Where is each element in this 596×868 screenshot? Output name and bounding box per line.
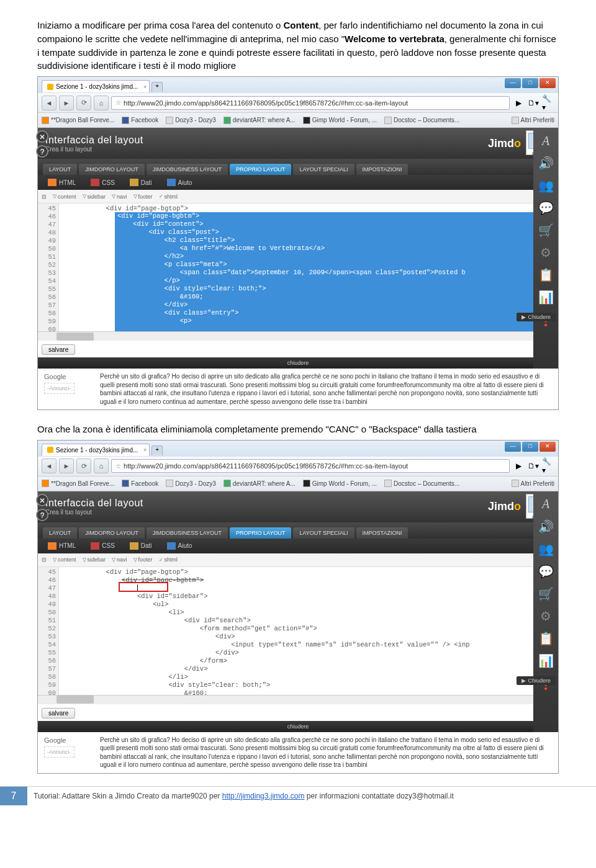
fold-sidebar[interactable]: ▽sidebar (83, 194, 106, 200)
maximize-button[interactable]: □ (522, 442, 538, 452)
collapse-icon[interactable]: ⊟ (42, 557, 47, 563)
code-area[interactable]: 45464748495051525354555657585960616263 <… (38, 567, 558, 695)
speaker-icon[interactable]: 🔊 (536, 517, 555, 536)
reload-button[interactable]: ⟳ (76, 96, 91, 110)
maximize-button[interactable]: □ (522, 78, 538, 88)
new-tab-button[interactable]: + (151, 82, 163, 92)
tab-jimdobusiness[interactable]: JIMDOBUSINESS LAYOUT (147, 164, 228, 175)
chiudere-bar[interactable]: chiudere (38, 721, 558, 732)
users-icon[interactable]: 👥 (536, 540, 555, 558)
tab-layout[interactable]: LAYOUT (43, 527, 77, 539)
back-button[interactable]: ◄ (42, 96, 56, 110)
chat-icon[interactable]: 💬 (536, 199, 555, 217)
tab-proprio[interactable]: PROPRIO LAYOUT (230, 527, 291, 539)
bookmark-item[interactable]: deviantART: where A... (224, 117, 296, 124)
bookmark-item[interactable]: Facebook (122, 480, 158, 487)
wrench-icon[interactable]: 🔧▾ (542, 460, 554, 472)
bookmark-item[interactable]: Docstoc – Documents... (384, 117, 459, 124)
tab-proprio[interactable]: PROPRIO LAYOUT (230, 164, 291, 175)
stats-icon[interactable]: 📊 (536, 651, 555, 670)
text-tool-icon[interactable]: A (536, 132, 555, 150)
minimize-button[interactable]: — (505, 78, 521, 88)
cart-icon[interactable]: 🛒 (536, 221, 555, 239)
tab-speciali[interactable]: LAYOUT SPECIALI (293, 527, 354, 539)
bookmark-item[interactable]: Facebook (122, 117, 158, 124)
home-button[interactable]: ⌂ (94, 459, 109, 473)
jimdo-help-icon[interactable]: ? (36, 509, 48, 521)
chiudere-side-button[interactable]: ▶ Chiudere (517, 676, 556, 685)
subtab-html[interactable]: HTML (43, 541, 81, 551)
horizontal-scrollbar[interactable] (38, 695, 558, 704)
tab-jimdopro[interactable]: JIMDOPRO LAYOUT (79, 527, 144, 539)
subtab-aiuto[interactable]: Aiuto (162, 177, 197, 187)
bookmark-item[interactable]: Docstoc – Documents... (384, 480, 459, 487)
speaker-icon[interactable]: 🔊 (536, 154, 555, 172)
users-icon[interactable]: 👥 (536, 176, 555, 195)
clipboard-icon[interactable]: 📋 (536, 266, 555, 284)
bookmark-item[interactable]: Gimp World - Forum, ... (303, 117, 377, 124)
horizontal-scrollbar[interactable] (38, 331, 558, 341)
tab-impostazioni[interactable]: IMPOSTAZIONI (356, 164, 409, 175)
tab-close-icon[interactable]: × (143, 84, 147, 90)
page-menu-icon[interactable]: 🗋▾ (527, 460, 540, 472)
new-tab-button[interactable]: + (151, 445, 163, 455)
bookmark-item[interactable]: Gimp World - Forum, ... (303, 480, 377, 487)
close-window-button[interactable]: ✕ (540, 442, 556, 452)
subtab-dati[interactable]: Dati (125, 177, 157, 187)
tab-layout[interactable]: LAYOUT (43, 164, 77, 175)
tab-jimdobusiness[interactable]: JIMDOBUSINESS LAYOUT (147, 527, 228, 539)
gear-icon[interactable]: ⚙ (536, 607, 555, 625)
fold-content[interactable]: ▽content (53, 194, 76, 200)
fold-shtml[interactable]: ✓shtml (159, 557, 178, 563)
subtab-html[interactable]: HTML (43, 177, 81, 187)
chiudere-side-button[interactable]: ▶ Chiudere (517, 313, 556, 321)
page-menu-icon[interactable]: 🗋▾ (527, 97, 540, 109)
fold-sidebar[interactable]: ▽sidebar (83, 557, 106, 563)
close-window-button[interactable]: ✕ (540, 78, 556, 88)
clipboard-icon[interactable]: 📋 (536, 629, 555, 648)
bookmark-item[interactable]: **Dragon Ball Foreve... (42, 117, 114, 124)
back-button[interactable]: ◄ (42, 459, 56, 473)
other-bookmarks[interactable]: Altri Preferiti (512, 480, 554, 487)
wrench-icon[interactable]: 🔧▾ (542, 97, 554, 109)
stats-icon[interactable]: 📊 (536, 288, 555, 306)
home-button[interactable]: ⌂ (94, 96, 109, 110)
save-button[interactable]: salvare (42, 344, 75, 355)
tab-impostazioni[interactable]: IMPOSTAZIONI (356, 527, 409, 539)
tab-close-icon[interactable]: × (143, 447, 147, 453)
footer-link[interactable]: http://jimding3.jimdo.com (222, 792, 305, 800)
tab-speciali[interactable]: LAYOUT SPECIALI (293, 164, 354, 175)
minimize-button[interactable]: — (505, 442, 521, 452)
bookmark-star-icon[interactable]: ▶ (512, 460, 525, 472)
fold-content[interactable]: ▽content (53, 557, 76, 563)
bookmark-item[interactable]: Dozy3 - Dozy3 (166, 480, 216, 487)
browser-tab[interactable]: Sezione 1 - dozy3skins jimd... × (42, 80, 150, 92)
forward-button[interactable]: ► (59, 459, 74, 473)
cart-icon[interactable]: 🛒 (536, 584, 555, 603)
chiudere-bar[interactable]: chiudere (38, 357, 558, 369)
fold-footer[interactable]: ▽footer (133, 194, 153, 200)
gear-icon[interactable]: ⚙ (536, 243, 555, 262)
fold-navi[interactable]: ▽navi (112, 557, 127, 563)
jimdo-close-icon[interactable]: ✕ (36, 494, 48, 506)
subtab-aiuto[interactable]: Aiuto (162, 541, 197, 551)
bookmark-item[interactable]: **Dragon Ball Foreve... (42, 480, 114, 487)
collapse-icon[interactable]: ⊟ (42, 194, 47, 200)
subtab-dati[interactable]: Dati (125, 541, 157, 551)
address-bar[interactable]: ☆ http://www20.jimdo.com/app/s8642111669… (111, 459, 510, 473)
text-tool-icon[interactable]: A (536, 495, 555, 514)
reload-button[interactable]: ⟳ (76, 459, 91, 473)
fold-footer[interactable]: ▽footer (133, 557, 153, 563)
chat-icon[interactable]: 💬 (536, 562, 555, 581)
bookmark-item[interactable]: Dozy3 - Dozy3 (166, 117, 216, 124)
tab-jimdopro[interactable]: JIMDOPRO LAYOUT (79, 164, 144, 175)
subtab-css[interactable]: CSS (86, 177, 120, 187)
jimdo-help-icon[interactable]: ? (36, 145, 48, 158)
forward-button[interactable]: ► (59, 96, 74, 110)
fold-navi[interactable]: ▽navi (112, 194, 127, 200)
fold-shtml[interactable]: ✓shtml (159, 194, 178, 200)
address-bar[interactable]: ☆ http://www20.jimdo.com/app/s8642111669… (111, 96, 510, 110)
browser-tab[interactable]: Sezione 1 - dozy3skins jimd... × (42, 444, 150, 456)
bookmark-item[interactable]: deviantART: where A... (224, 480, 296, 487)
other-bookmarks[interactable]: Altri Preferiti (512, 117, 554, 124)
